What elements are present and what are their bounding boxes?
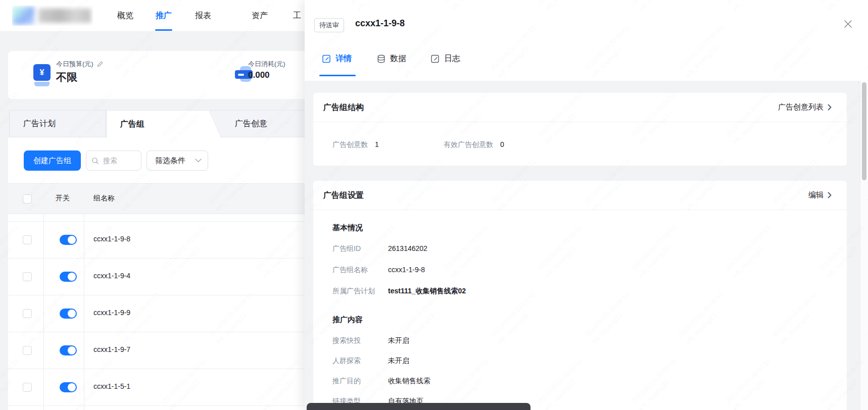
- row-checkbox[interactable]: [23, 383, 32, 392]
- group-name[interactable]: ccxx1-1-9-4: [93, 272, 130, 280]
- switch-knob: [68, 310, 76, 318]
- drawer-tab-detail-label: 详情: [335, 54, 352, 64]
- creative-count-value: 1: [375, 140, 379, 148]
- kv-label: 搜索快投: [332, 336, 388, 345]
- switch-knob: [68, 383, 76, 391]
- search-icon: [91, 157, 99, 165]
- kv-group-id: 广告组ID2613146202: [332, 244, 427, 253]
- kv-value: 未开启: [388, 356, 409, 365]
- drawer-tab-log[interactable]: 日志: [430, 54, 460, 64]
- group-switch[interactable]: [60, 382, 77, 392]
- group-switch[interactable]: [60, 309, 77, 319]
- drawer-title: ccxx1-1-9-8: [355, 18, 405, 29]
- close-icon[interactable]: [841, 17, 854, 30]
- page: 概览 推广 报表 资产 工 ¥ 今日预算(元) 不限 今日消耗(元) 0.000: [0, 0, 868, 410]
- vertical-scrollbar-thumb[interactable]: [862, 82, 866, 180]
- valid-creative-count-field: 有效广告创意数0: [444, 140, 504, 149]
- drawer-body: 广告组结构 广告创意列表 广告创意数1 有效广告创意数0: [305, 81, 860, 410]
- group-structure-card: 广告组结构 广告创意列表 广告创意数1 有效广告创意数0: [313, 93, 847, 166]
- kv-promotion-goal: 推广目的收集销售线索: [332, 377, 430, 386]
- kv-parent-plan: 所属广告计划test111_收集销售线索02: [332, 287, 466, 296]
- kv-label: 广告组ID: [332, 244, 388, 253]
- budget-label: 今日预算(元): [56, 60, 93, 69]
- yuan-symbol: ¥: [33, 64, 51, 81]
- creative-list-link[interactable]: 广告创意列表: [778, 102, 832, 112]
- row-checkbox[interactable]: [23, 309, 32, 318]
- edit-link-label: 编辑: [808, 190, 824, 200]
- kv-value: 未开启: [388, 336, 409, 344]
- log-icon: [430, 54, 440, 64]
- row-checkbox[interactable]: [23, 346, 32, 355]
- tab-ad-group[interactable]: 广告组: [106, 110, 209, 138]
- budget-value: 不限: [56, 70, 77, 84]
- group-name[interactable]: ccxx1-1-9-7: [93, 345, 130, 353]
- nav-assets[interactable]: 资产: [252, 0, 268, 31]
- kv-label: 所属广告计划: [332, 287, 388, 296]
- kv-group-name: 广告组名称ccxx1-1-9-8: [332, 266, 425, 275]
- structure-card-header: 广告组结构 广告创意列表: [313, 93, 847, 122]
- drawer-tab-log-label: 日志: [444, 54, 460, 64]
- filter-dropdown[interactable]: 筛选条件: [147, 150, 208, 171]
- nav-overview[interactable]: 概览: [117, 0, 133, 31]
- budget-icon-page: [34, 82, 50, 86]
- settings-card-header: 广告组设置 编辑: [313, 181, 847, 210]
- chevron-down-icon: [195, 159, 202, 163]
- group-switch[interactable]: [60, 235, 77, 245]
- drawer-tab-data[interactable]: 数据: [376, 54, 406, 64]
- section-heading-basic: 基本情况: [332, 223, 363, 233]
- kv-search-quick: 搜索快投未开启: [332, 336, 409, 345]
- group-settings-card: 广告组设置 编辑 基本情况 广告组ID2613146202 广告组名称ccxx1…: [313, 181, 847, 410]
- logo-mark: [12, 7, 34, 25]
- group-switch[interactable]: [60, 272, 77, 282]
- drawer-tab-data-label: 数据: [390, 54, 406, 64]
- search-input[interactable]: [102, 156, 135, 165]
- budget-icon: ¥: [33, 64, 51, 86]
- row-checkbox[interactable]: [23, 272, 32, 281]
- row-checkbox[interactable]: [23, 235, 32, 244]
- kv-value: ccxx1-1-9-8: [388, 266, 425, 274]
- kv-value: test111_收集销售线索02: [388, 287, 466, 295]
- app-logo: [12, 6, 93, 26]
- status-badge: 待送审: [314, 18, 344, 32]
- active-nav-underline: [155, 29, 172, 31]
- group-name[interactable]: ccxx1-1-9-9: [93, 309, 130, 317]
- group-detail-drawer: 待送审 ccxx1-1-9-8 详情 数据: [305, 0, 868, 410]
- tab-ad-plan[interactable]: 广告计划: [9, 110, 106, 137]
- edit-pencil-icon[interactable]: [97, 61, 104, 68]
- valid-creative-count-label: 有效广告创意数: [444, 140, 493, 148]
- select-all-checkbox[interactable]: [23, 194, 32, 203]
- structure-card-title: 广告组结构: [323, 102, 364, 113]
- detail-icon: [322, 54, 331, 64]
- valid-creative-count-value: 0: [500, 140, 504, 148]
- kv-label: 推广目的: [332, 377, 388, 386]
- settings-card-title: 广告组设置: [323, 190, 364, 201]
- database-icon: [376, 54, 386, 64]
- section-heading-promotion: 推广内容: [332, 315, 363, 325]
- kv-label: 人群探索: [332, 356, 388, 366]
- group-name[interactable]: ccxx1-1-9-8: [93, 235, 130, 243]
- switch-knob: [68, 236, 76, 244]
- search-box[interactable]: [86, 150, 141, 171]
- kv-audience-explore: 人群探索未开启: [332, 356, 409, 366]
- filter-label: 筛选条件: [155, 156, 185, 166]
- kv-value: 2613146202: [388, 244, 427, 252]
- kv-label: 广告组名称: [332, 266, 388, 275]
- nav-promotion-label: 推广: [156, 11, 172, 20]
- minus-icon: [238, 74, 244, 76]
- create-group-button[interactable]: 创建广告组: [24, 150, 81, 171]
- chevron-right-icon: [828, 192, 832, 198]
- nav-promotion[interactable]: 推广: [156, 0, 172, 31]
- vertical-scrollbar[interactable]: [860, 81, 868, 410]
- drawer-tab-detail[interactable]: 详情: [322, 54, 352, 64]
- active-tab-underline: [319, 75, 356, 76]
- group-name[interactable]: ccxx1-1-5-1: [93, 382, 130, 390]
- logo-text: [38, 9, 91, 23]
- nav-report[interactable]: 报表: [195, 0, 211, 31]
- cost-label: 今日消耗(元): [248, 60, 285, 69]
- horizontal-scrollbar-thumb[interactable]: [307, 403, 531, 410]
- edit-link[interactable]: 编辑: [808, 190, 832, 200]
- nav-tools[interactable]: 工: [293, 0, 301, 31]
- group-switch[interactable]: [60, 345, 77, 355]
- switch-knob: [68, 346, 76, 354]
- cost-value: 0.000: [248, 70, 270, 80]
